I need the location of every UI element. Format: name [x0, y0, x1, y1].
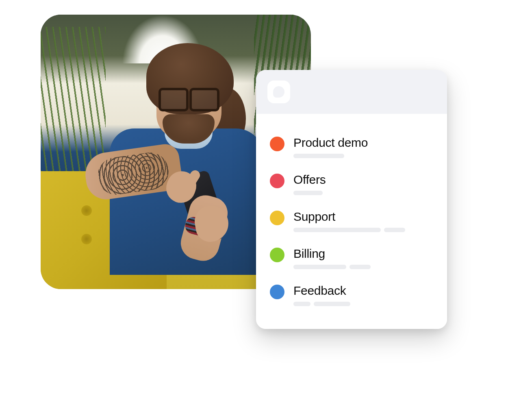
chat-widget-card: Product demo Offers Suppor — [256, 70, 447, 329]
couch-tuft — [81, 205, 92, 216]
placeholder-line — [293, 265, 433, 269]
feedback-dot-icon — [270, 285, 284, 299]
offers-dot-icon — [270, 174, 284, 188]
placeholder-line — [293, 228, 433, 232]
menu-item-label: Support — [293, 210, 433, 224]
widget-menu: Product demo Offers Suppor — [256, 115, 447, 329]
menu-item-label: Product demo — [293, 136, 433, 150]
support-dot-icon — [270, 211, 284, 225]
placeholder-line — [293, 154, 433, 158]
placeholder-line — [293, 302, 433, 306]
menu-item-label: Offers — [293, 173, 433, 187]
app-logo-icon — [267, 81, 290, 103]
menu-item-label: Feedback — [293, 284, 433, 298]
placeholder-line — [293, 191, 433, 195]
menu-item-feedback[interactable]: Feedback — [270, 276, 433, 313]
product-demo-dot-icon — [270, 137, 284, 151]
menu-item-label: Billing — [293, 247, 433, 261]
menu-item-billing[interactable]: Billing — [270, 239, 433, 276]
billing-dot-icon — [270, 248, 284, 262]
couch-tuft — [81, 234, 92, 244]
menu-item-offers[interactable]: Offers — [270, 165, 433, 202]
menu-item-support[interactable]: Support — [270, 202, 433, 239]
widget-header — [256, 70, 447, 114]
menu-item-product-demo[interactable]: Product demo — [270, 128, 433, 165]
